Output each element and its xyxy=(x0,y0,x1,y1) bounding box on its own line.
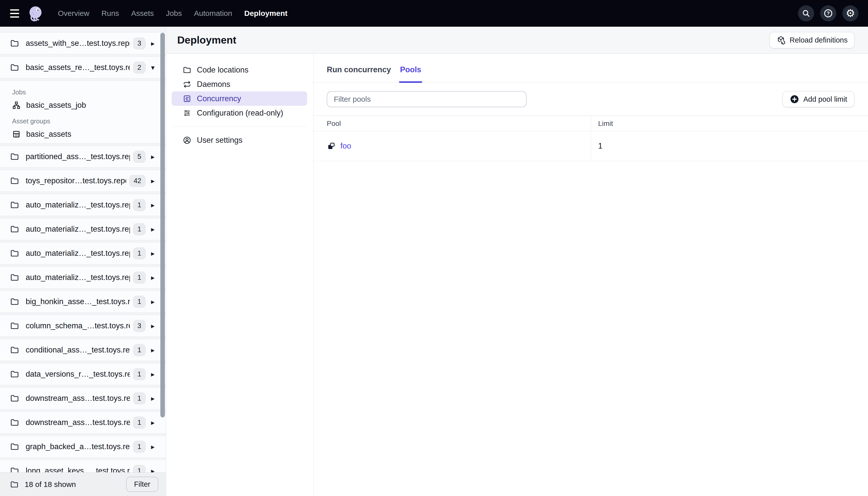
code-location-name: auto_materializ…_test.toys.repo xyxy=(26,224,130,234)
count-badge: 1 xyxy=(133,296,146,308)
tab-run-concurrency[interactable]: Run concurrency xyxy=(327,65,391,82)
dnav-label: Daemons xyxy=(197,80,230,89)
pool-name: foo xyxy=(340,141,351,151)
code-location-name: auto_materializ…_test.toys.repo xyxy=(26,273,130,282)
reload-definitions-button[interactable]: Reload definitions xyxy=(770,32,854,48)
pools-table: Pool Limit xyxy=(313,115,868,161)
nav-item-overview[interactable]: Overview xyxy=(58,9,89,17)
pools-table-header: Pool Limit xyxy=(313,116,868,131)
dnav-item-concurrency[interactable]: Concurrency xyxy=(172,91,307,106)
code-location-name: auto_materializ…_test.toys.repo xyxy=(26,249,130,258)
expand-chevron-icon[interactable]: ▸ xyxy=(146,249,160,258)
expand-chevron-icon[interactable]: ▸ xyxy=(146,298,160,306)
code-location-row[interactable]: toys_repositor…test.toys.repo 42 ▸ xyxy=(0,170,166,192)
count-badge: 1 xyxy=(133,368,146,381)
expand-chevron-icon[interactable]: ▸ xyxy=(146,225,160,233)
code-location-row[interactable]: column_schema_…test.toys.rep 3 ▸ xyxy=(0,315,166,337)
column-header-limit: Limit xyxy=(591,116,868,131)
count-badge: 5 xyxy=(133,151,146,163)
code-location-row[interactable]: assets_with_se…test.toys.repo 3 ▸ xyxy=(0,32,166,55)
expand-chevron-icon[interactable]: ▸ xyxy=(146,443,160,451)
folder-icon xyxy=(10,152,19,161)
settings-button[interactable]: ⚙ xyxy=(842,5,858,21)
expand-chevron-icon[interactable]: ▸ xyxy=(146,274,160,282)
expand-chevron-icon[interactable]: ▸ xyxy=(146,201,160,209)
dnav-label: Concurrency xyxy=(197,94,241,103)
pools-table-body: foo 1 xyxy=(313,131,868,161)
folder-icon xyxy=(10,480,19,489)
pools-toolbar: Add pool limit xyxy=(327,91,854,107)
folder-icon xyxy=(10,273,19,282)
expand-chevron-icon[interactable]: ▸ xyxy=(146,153,160,161)
plus-circle-icon xyxy=(790,94,799,104)
search-icon xyxy=(802,9,810,18)
code-location-row[interactable]: partitioned_ass…_test.toys.rep 5 ▸ xyxy=(0,145,166,168)
filter-pools-input[interactable] xyxy=(327,91,527,107)
expand-chevron-icon[interactable]: ▸ xyxy=(146,394,160,403)
help-button[interactable]: ? xyxy=(820,5,836,21)
tab-pools[interactable]: Pools xyxy=(400,65,421,82)
expanded-repo-panel: Jobs basic_assets_job Asset groups xyxy=(0,81,166,143)
expand-chevron-icon[interactable]: ▾ xyxy=(146,63,160,72)
count-badge: 1 xyxy=(133,392,146,405)
code-location-row[interactable]: auto_materializ…_test.toys.repo 1 ▸ xyxy=(0,218,166,240)
sidebar-scrollbar[interactable] xyxy=(160,33,165,417)
page-title: Deployment xyxy=(177,34,236,46)
code-location-row[interactable]: graph_backed_a…test.toys.repo 1 ▸ xyxy=(0,436,166,458)
sidebar-filter-button[interactable]: Filter xyxy=(126,477,158,492)
dnav-item-daemons[interactable]: Daemons xyxy=(172,77,307,91)
asset-group-icon xyxy=(12,130,21,138)
pool-link-foo[interactable]: foo xyxy=(327,141,351,151)
hamburger-menu-icon[interactable] xyxy=(10,9,19,18)
code-location-row[interactable]: conditional_ass…_test.toys.repo 1 ▸ xyxy=(0,339,166,361)
code-location-name: auto_materializ…_test.toys.repo xyxy=(26,200,130,210)
pool-icon xyxy=(327,141,336,151)
code-location-row[interactable]: auto_materializ…_test.toys.repo 1 ▸ xyxy=(0,194,166,216)
column-header-pool: Pool xyxy=(313,116,591,131)
expand-chevron-icon[interactable]: ▸ xyxy=(146,177,160,185)
nav-item-jobs[interactable]: Jobs xyxy=(166,9,182,17)
sliders-icon xyxy=(183,109,191,117)
folder-icon xyxy=(10,200,19,210)
jobs-section-label: Jobs xyxy=(12,88,160,96)
dnav-item-code-locations[interactable]: Code locations xyxy=(172,63,307,77)
code-location-row[interactable]: auto_materializ…_test.toys.repo 1 ▸ xyxy=(0,266,166,289)
code-location-row[interactable]: big_honkin_asse…_test.toys.rep 1 ▸ xyxy=(0,291,166,313)
search-button[interactable] xyxy=(798,5,814,21)
dnav-item-user-settings[interactable]: User settings xyxy=(172,133,307,147)
expand-chevron-icon[interactable]: ▸ xyxy=(146,39,160,48)
count-badge: 1 xyxy=(133,272,146,284)
nav-item-automation[interactable]: Automation xyxy=(194,9,232,17)
asset-group-item[interactable]: basic_assets xyxy=(12,130,160,139)
dnav-item-configuration[interactable]: Configuration (read-only) xyxy=(172,106,307,120)
add-pool-limit-button[interactable]: Add pool limit xyxy=(783,91,854,107)
expand-chevron-icon[interactable]: ▸ xyxy=(146,346,160,354)
code-location-row[interactable]: data_versions_r…_test.toys.rep 1 ▸ xyxy=(0,363,166,385)
expand-chevron-icon[interactable]: ▸ xyxy=(146,370,160,378)
folder-icon xyxy=(10,321,19,330)
code-location-row[interactable]: auto_materializ…_test.toys.repo 1 ▸ xyxy=(0,242,166,264)
nav-item-deployment[interactable]: Deployment xyxy=(244,9,287,17)
code-location-row[interactable]: downstream_ass…test.toys.rep 1 ▸ xyxy=(0,387,166,409)
table-row: foo 1 xyxy=(313,131,868,161)
svg-text:?: ? xyxy=(827,11,830,16)
code-location-name: downstream_ass…test.toys.rep xyxy=(26,418,130,427)
code-locations-sidebar: assets_with_se…test.toys.repo 3 ▸ basic_… xyxy=(0,27,166,496)
code-location-row[interactable]: downstream_ass…test.toys.rep 1 ▸ xyxy=(0,412,166,434)
folder-icon xyxy=(10,418,19,427)
code-location-name: partitioned_ass…_test.toys.rep xyxy=(26,152,130,161)
code-location-name: basic_assets_re…_test.toys.rep xyxy=(26,63,130,72)
code-location-count: 18 of 18 shown xyxy=(25,480,76,489)
expand-chevron-icon[interactable]: ▸ xyxy=(146,418,160,427)
code-location-row[interactable]: basic_assets_re…_test.toys.rep 2 ▾ xyxy=(0,57,166,79)
top-nav: Overview Runs Assets Jobs Automation Dep… xyxy=(0,0,868,27)
code-location-list: assets_with_se…test.toys.repo 3 ▸ basic_… xyxy=(0,27,166,482)
topnav-links: Overview Runs Assets Jobs Automation Dep… xyxy=(58,9,287,18)
code-location-name: graph_backed_a…test.toys.repo xyxy=(26,442,130,451)
nav-item-assets[interactable]: Assets xyxy=(131,9,154,17)
job-item[interactable]: basic_assets_job xyxy=(12,101,160,110)
folder-icon xyxy=(183,66,191,74)
expand-chevron-icon[interactable]: ▸ xyxy=(146,322,160,330)
dagster-logo[interactable] xyxy=(26,4,45,23)
nav-item-runs[interactable]: Runs xyxy=(101,9,119,17)
